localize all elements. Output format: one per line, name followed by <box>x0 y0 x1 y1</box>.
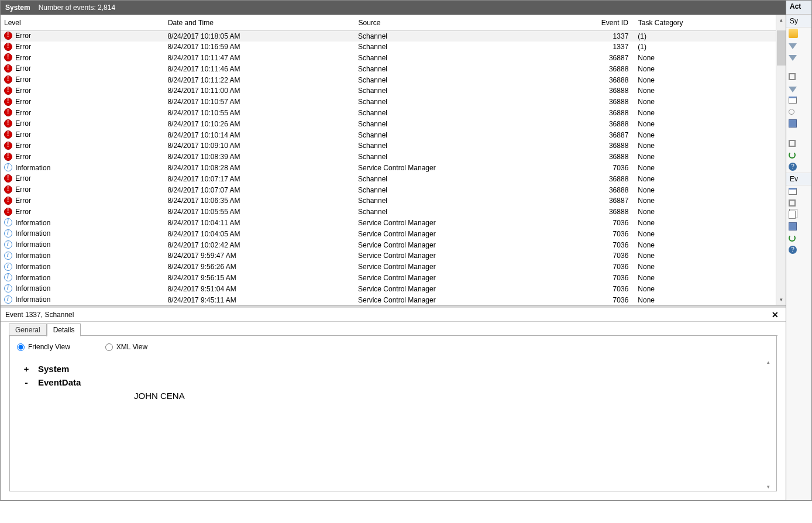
eventid-text: 1337 <box>586 30 634 42</box>
table-row[interactable]: Error8/24/2017 10:06:35 AMSchannel36887N… <box>1 195 776 207</box>
table-row[interactable]: Error8/24/2017 10:05:55 AMSchannel36888N… <box>1 207 776 218</box>
date-text: 8/24/2017 9:56:26 AM <box>164 262 355 273</box>
table-row[interactable]: Error8/24/2017 10:07:17 AMSchannel36888N… <box>1 173 776 184</box>
table-row[interactable]: Error8/24/2017 10:10:57 AMSchannel36888N… <box>1 97 776 108</box>
table-row[interactable]: Information8/24/2017 9:45:11 AMService C… <box>1 294 776 305</box>
level-text: Error <box>15 109 31 117</box>
table-row[interactable]: Information8/24/2017 10:02:42 AMService … <box>1 239 776 250</box>
table-row[interactable]: Information8/24/2017 9:51:04 AMService C… <box>1 283 776 294</box>
source-text: Service Control Manager <box>355 283 586 294</box>
source-text: Schannel <box>355 152 586 163</box>
scroll-up-icon[interactable]: ▴ <box>776 15 786 25</box>
action-clear-log[interactable] <box>786 71 811 82</box>
task-text: None <box>634 74 775 85</box>
info-icon <box>4 229 12 238</box>
table-row[interactable]: Error8/24/2017 10:10:26 AMSchannel36888N… <box>1 118 776 129</box>
table-row[interactable]: Information8/24/2017 10:04:11 AMService … <box>1 218 776 229</box>
action-copy[interactable] <box>786 209 811 221</box>
table-row[interactable]: Information8/24/2017 9:56:15 AMService C… <box>1 273 776 284</box>
level-text: Error <box>15 142 31 150</box>
event-list-scrollbar[interactable]: ▴ ▾ <box>776 15 786 305</box>
expand-icon[interactable]: + <box>23 365 30 375</box>
table-row[interactable]: Error8/24/2017 10:10:14 AMSchannel36887N… <box>1 129 776 140</box>
column-header-date[interactable]: Date and Time <box>164 15 355 30</box>
tab-details[interactable]: Details <box>47 324 81 336</box>
close-detail-button[interactable]: ✕ <box>769 310 781 319</box>
table-row[interactable]: Information8/24/2017 9:56:26 AMService C… <box>1 262 776 273</box>
info-icon <box>4 252 12 260</box>
date-text: 8/24/2017 10:05:55 AM <box>164 207 355 218</box>
column-header-source[interactable]: Source <box>355 15 586 30</box>
date-text: 8/24/2017 10:10:57 AM <box>164 97 355 108</box>
action-filter-log[interactable] <box>786 82 811 94</box>
copy-icon <box>789 211 796 219</box>
level-text: Error <box>15 185 31 194</box>
scroll-down-icon[interactable]: ▾ <box>767 484 770 490</box>
error-icon <box>4 130 12 139</box>
table-row[interactable]: Error8/24/2017 10:11:00 AMSchannel36888N… <box>1 85 776 97</box>
eventid-text: 36887 <box>586 53 634 64</box>
radio-friendly-view[interactable]: Friendly View <box>17 343 70 351</box>
action-open-saved-log[interactable] <box>786 27 811 39</box>
radio-xml-view[interactable]: XML View <box>105 343 147 351</box>
error-icon <box>4 153 12 161</box>
table-row[interactable]: Error8/24/2017 10:11:22 AMSchannel36888N… <box>1 74 776 85</box>
funnel-icon <box>789 43 797 49</box>
column-header-task[interactable]: Task Category <box>634 15 775 30</box>
detail-title: Event 1337, Schannel <box>5 311 74 319</box>
detail-eventdata-section[interactable]: - EventData <box>23 377 769 388</box>
tab-general[interactable]: General <box>9 324 47 336</box>
table-row[interactable]: Error8/24/2017 10:18:05 AMSchannel1337(1… <box>1 30 776 42</box>
action-attach-task[interactable] <box>786 197 811 209</box>
error-icon <box>4 32 12 40</box>
action-import-custom-view[interactable] <box>786 51 811 63</box>
table-row[interactable]: Error8/24/2017 10:10:55 AMSchannel36888N… <box>1 108 776 119</box>
action-properties[interactable] <box>786 94 811 106</box>
action-create-custom-view[interactable] <box>786 39 811 51</box>
action-save-selected[interactable] <box>786 221 811 232</box>
table-row[interactable]: Error8/24/2017 10:08:39 AMSchannel36888N… <box>1 152 776 163</box>
date-text: 8/24/2017 10:16:59 AM <box>164 42 355 53</box>
detail-system-section[interactable]: + System <box>23 364 769 375</box>
action-save-all-events[interactable] <box>786 118 811 129</box>
detail-scrollbar[interactable]: ▴ ▾ <box>765 359 775 490</box>
action-view[interactable] <box>786 137 811 149</box>
eventid-text: 36888 <box>586 207 634 218</box>
task-text: None <box>634 273 775 284</box>
scroll-thumb[interactable] <box>777 30 786 66</box>
column-header-level[interactable]: Level <box>1 15 164 30</box>
task-text: None <box>634 195 775 207</box>
radio-friendly-input[interactable] <box>17 343 25 351</box>
action-find[interactable] <box>786 106 811 118</box>
level-text: Information <box>15 219 50 227</box>
level-text: Error <box>15 174 31 183</box>
action-refresh-2[interactable] <box>786 232 811 244</box>
folder-icon <box>789 29 798 38</box>
action-help[interactable] <box>786 161 811 173</box>
table-row[interactable]: Error8/24/2017 10:07:07 AMSchannel36888N… <box>1 184 776 195</box>
task-text: None <box>634 108 775 119</box>
scroll-down-icon[interactable]: ▾ <box>776 295 786 305</box>
action-help-2[interactable] <box>786 244 811 256</box>
task-text: None <box>634 97 775 108</box>
table-row[interactable]: Error8/24/2017 10:09:10 AMSchannel36888N… <box>1 140 776 152</box>
column-header-eventid[interactable]: Event ID <box>586 15 634 30</box>
table-row[interactable]: Information8/24/2017 9:59:47 AMService C… <box>1 250 776 262</box>
table-row[interactable]: Error8/24/2017 10:11:46 AMSchannel36888N… <box>1 63 776 74</box>
source-text: Schannel <box>355 173 586 184</box>
table-row[interactable]: Error8/24/2017 10:16:59 AMSchannel1337(1… <box>1 42 776 53</box>
action-event-properties[interactable] <box>786 185 811 197</box>
table-row[interactable]: Information8/24/2017 10:04:05 AMService … <box>1 228 776 239</box>
action-refresh[interactable] <box>786 149 811 161</box>
info-icon <box>4 284 12 293</box>
actions-group-event: Ev <box>786 173 811 185</box>
table-row[interactable]: Information8/24/2017 10:08:28 AMService … <box>1 163 776 174</box>
task-text: None <box>634 250 775 262</box>
table-row[interactable]: Error8/24/2017 10:11:47 AMSchannel36887N… <box>1 53 776 64</box>
source-text: Schannel <box>355 74 586 85</box>
collapse-icon[interactable]: - <box>23 379 30 388</box>
source-text: Schannel <box>355 118 586 129</box>
scroll-up-icon[interactable]: ▴ <box>767 359 770 365</box>
error-icon <box>4 53 12 61</box>
radio-xml-input[interactable] <box>105 343 113 351</box>
